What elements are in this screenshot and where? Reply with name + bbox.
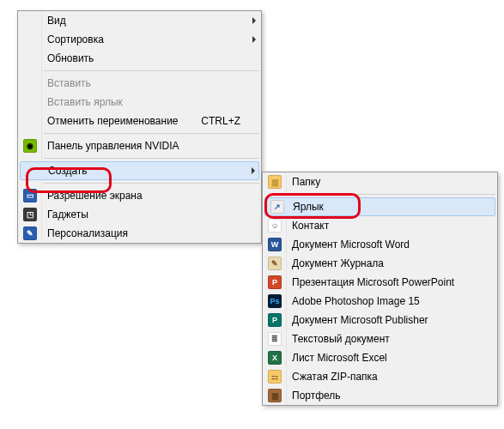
submenu-arrow-icon [252, 167, 255, 174]
menu-item-paste: Вставить [18, 74, 261, 93]
label: Презентация Microsoft PowerPoint [292, 276, 454, 288]
label: Документ Журнала [292, 257, 384, 269]
submenu-item-powerpoint[interactable]: P Презентация Microsoft PowerPoint [263, 273, 497, 292]
powerpoint-icon: P [268, 275, 282, 289]
publisher-icon: P [268, 313, 282, 327]
submenu-item-photoshop[interactable]: Ps Adobe Photoshop Image 15 [263, 292, 497, 311]
word-icon: W [268, 238, 282, 251]
label: Лист Microsoft Excel [292, 352, 387, 364]
menu-item-undo-rename[interactable]: Отменить переименование CTRL+Z [18, 112, 261, 130]
label: Документ Microsoft Word [292, 239, 410, 251]
label: Вставить ярлык [47, 96, 123, 108]
label: Разрешение экрана [47, 190, 143, 202]
gadget-icon: ◳ [23, 208, 37, 221]
separator [44, 183, 259, 184]
shortcut-text: CTRL+Z [201, 112, 240, 130]
personalize-icon: ✎ [23, 227, 37, 240]
contact-icon: ☺ [268, 219, 282, 233]
folder-icon: ▆ [268, 175, 282, 189]
menu-item-new[interactable]: Создать [20, 161, 259, 180]
submenu-arrow-icon [252, 36, 256, 43]
label: Ярлык [293, 201, 324, 213]
photoshop-icon: Ps [268, 294, 282, 308]
menu-item-refresh[interactable]: Обновить [18, 49, 261, 68]
submenu-item-zip[interactable]: ⚏ Сжатая ZIP-папка [263, 367, 497, 386]
label: Папку [292, 176, 320, 188]
context-menu-main: Вид Сортировка Обновить Вставить Вставит… [17, 10, 262, 244]
label: Панель управления NVIDIA [47, 140, 179, 152]
submenu-item-briefcase[interactable]: ▆ Портфель [263, 386, 497, 405]
menu-item-view[interactable]: Вид [18, 11, 261, 30]
separator [44, 158, 259, 159]
submenu-arrow-icon [252, 17, 256, 24]
submenu-item-contact[interactable]: ☺ Контакт [263, 216, 497, 235]
submenu-item-journal[interactable]: ✎ Документ Журнала [263, 254, 497, 273]
label: Отменить переименование [47, 115, 179, 127]
label: Вставить [47, 77, 91, 89]
label: Создать [48, 165, 88, 177]
label: Сжатая ZIP-папка [292, 371, 378, 383]
menu-item-screen-resolution[interactable]: ▭ Разрешение экрана [18, 186, 261, 205]
label: Adobe Photoshop Image 15 [292, 295, 420, 307]
label: Портфель [292, 390, 341, 402]
submenu-item-word[interactable]: W Документ Microsoft Word [263, 235, 497, 254]
text-icon: ≣ [268, 332, 282, 346]
label: Контакт [292, 220, 329, 232]
submenu-item-excel[interactable]: X Лист Microsoft Excel [263, 348, 497, 367]
zip-icon: ⚏ [268, 370, 282, 384]
label: Документ Microsoft Publisher [292, 314, 428, 326]
shortcut-icon: ↗ [270, 200, 284, 214]
briefcase-icon: ▆ [268, 389, 282, 402]
separator [44, 133, 259, 134]
submenu-item-publisher[interactable]: P Документ Microsoft Publisher [263, 311, 497, 329]
separator [288, 194, 495, 195]
label: Текстовый документ [292, 333, 390, 345]
excel-icon: X [268, 351, 282, 365]
label: Персонализация [47, 227, 128, 239]
label: Обновить [47, 52, 94, 64]
label: Вид [47, 15, 66, 27]
menu-item-personalize[interactable]: ✎ Персонализация [18, 224, 261, 243]
menu-item-sort[interactable]: Сортировка [18, 30, 261, 49]
journal-icon: ✎ [268, 257, 282, 270]
submenu-item-shortcut[interactable]: ↗ Ярлык [264, 197, 495, 216]
separator [44, 70, 259, 71]
menu-item-paste-shortcut: Вставить ярлык [18, 93, 261, 112]
menu-item-nvidia[interactable]: ◉ Панель управления NVIDIA [18, 136, 261, 155]
display-icon: ▭ [23, 189, 37, 202]
nvidia-icon: ◉ [23, 139, 37, 153]
label: Гаджеты [47, 208, 88, 221]
menu-item-gadgets[interactable]: ◳ Гаджеты [18, 205, 261, 224]
submenu-item-text[interactable]: ≣ Текстовый документ [263, 329, 497, 348]
context-menu-new: ▆ Папку ↗ Ярлык ☺ Контакт W Документ Mic… [262, 172, 498, 406]
label: Сортировка [47, 33, 104, 45]
submenu-item-folder[interactable]: ▆ Папку [263, 172, 497, 191]
